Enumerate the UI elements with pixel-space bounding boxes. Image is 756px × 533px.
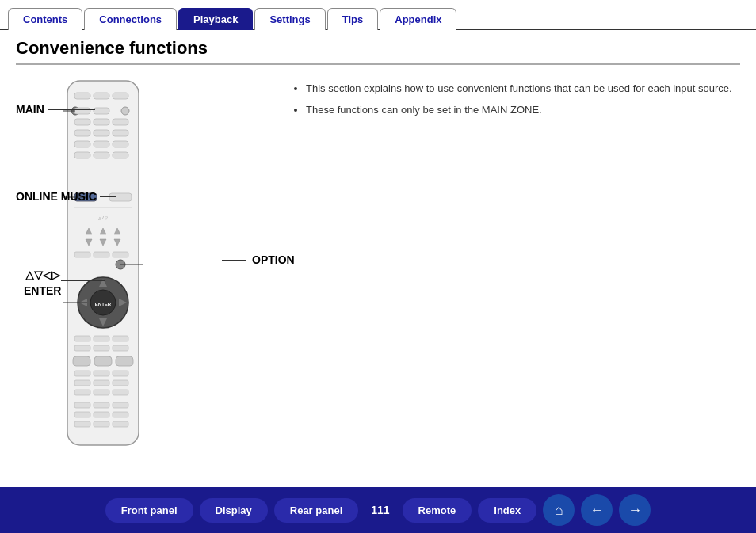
- svg-rect-16: [113, 141, 128, 147]
- svg-rect-51: [94, 371, 109, 376]
- tab-appendix[interactable]: Appendix: [380, 8, 456, 30]
- tab-contents[interactable]: Contents: [8, 8, 82, 30]
- svg-rect-54: [94, 380, 109, 386]
- svg-rect-3: [113, 93, 128, 99]
- page-number: 111: [365, 504, 395, 516]
- back-button[interactable]: ←: [581, 494, 613, 526]
- svg-rect-52: [113, 371, 128, 376]
- svg-rect-65: [74, 421, 90, 427]
- info-bullet-2: These functions can only be set in the M…: [306, 102, 740, 119]
- forward-icon: →: [628, 502, 642, 519]
- svg-rect-59: [74, 402, 90, 408]
- rear-panel-button[interactable]: Rear panel: [274, 498, 358, 523]
- svg-rect-63: [94, 412, 109, 417]
- svg-rect-6: [94, 108, 109, 114]
- svg-rect-48: [94, 356, 112, 366]
- remote-button[interactable]: Remote: [403, 498, 472, 523]
- svg-text:ENTER: ENTER: [95, 302, 112, 306]
- svg-rect-19: [113, 152, 128, 158]
- tab-connections[interactable]: Connections: [84, 8, 177, 30]
- svg-rect-31: [94, 252, 109, 257]
- svg-rect-10: [113, 119, 128, 125]
- svg-point-7: [121, 107, 129, 115]
- svg-rect-45: [94, 345, 109, 351]
- index-button[interactable]: Index: [478, 498, 536, 523]
- svg-rect-56: [74, 390, 90, 395]
- svg-rect-57: [94, 390, 109, 395]
- svg-rect-8: [74, 119, 90, 125]
- title-divider: [16, 63, 740, 65]
- svg-rect-50: [74, 371, 90, 376]
- svg-rect-44: [74, 345, 90, 351]
- svg-rect-43: [113, 336, 128, 341]
- svg-text:△ / ▽: △ / ▽: [98, 215, 108, 220]
- svg-rect-17: [74, 152, 90, 158]
- tab-playback[interactable]: Playback: [178, 8, 253, 30]
- svg-rect-18: [94, 152, 109, 158]
- svg-rect-1: [74, 93, 90, 99]
- svg-rect-46: [113, 345, 128, 351]
- info-bullet-1: This section explains how to use conveni…: [306, 81, 740, 97]
- forward-button[interactable]: →: [619, 494, 651, 526]
- remote-diagram: MAIN ONLINE MUSIC △▽◁▷ ENTER OPTION: [16, 73, 269, 456]
- display-button[interactable]: Display: [200, 498, 268, 523]
- main-label: MAIN: [16, 103, 95, 116]
- svg-rect-41: [74, 336, 90, 341]
- back-icon: ←: [590, 502, 604, 519]
- bottom-navigation: Front panel Display Rear panel 111 Remot…: [0, 487, 756, 533]
- svg-rect-9: [94, 119, 109, 125]
- svg-rect-62: [74, 412, 90, 417]
- svg-rect-15: [94, 141, 109, 147]
- svg-rect-58: [113, 390, 128, 395]
- svg-rect-60: [94, 402, 109, 408]
- front-panel-button[interactable]: Front panel: [105, 498, 193, 523]
- info-text: This section explains how to use conveni…: [293, 73, 740, 456]
- svg-rect-66: [94, 421, 109, 427]
- svg-rect-64: [113, 412, 128, 417]
- option-label: OPTION: [222, 253, 295, 266]
- svg-rect-11: [74, 130, 90, 136]
- tab-settings[interactable]: Settings: [254, 8, 325, 30]
- svg-rect-12: [94, 130, 109, 136]
- svg-rect-53: [74, 380, 90, 386]
- home-button[interactable]: ⌂: [543, 494, 575, 526]
- svg-rect-32: [113, 252, 128, 257]
- enter-label: △▽◁▷ ENTER: [24, 268, 61, 299]
- svg-rect-55: [113, 380, 128, 386]
- svg-rect-47: [73, 356, 90, 366]
- tab-navigation: Contents Connections Playback Settings T…: [0, 0, 756, 30]
- svg-rect-2: [94, 93, 109, 99]
- svg-rect-49: [116, 356, 133, 366]
- content-area: MAIN ONLINE MUSIC △▽◁▷ ENTER OPTION: [0, 73, 756, 456]
- online-music-label: ONLINE MUSIC: [16, 190, 116, 203]
- tab-tips[interactable]: Tips: [327, 8, 379, 30]
- svg-rect-61: [113, 402, 128, 408]
- svg-rect-67: [113, 421, 128, 427]
- home-icon: ⌂: [555, 502, 563, 519]
- svg-rect-14: [74, 141, 90, 147]
- svg-rect-42: [94, 336, 109, 341]
- page-title: Convenience functions: [0, 30, 756, 63]
- svg-rect-13: [113, 130, 128, 136]
- svg-rect-30: [74, 252, 90, 257]
